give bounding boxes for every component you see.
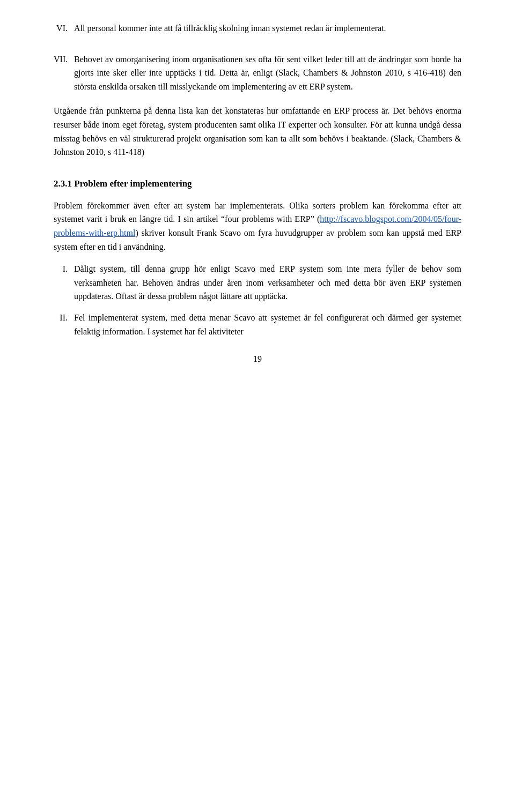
section-vii-numeral: VII. (54, 53, 74, 94)
page-number: 19 (54, 354, 461, 364)
section-vii-block: VII. Behovet av omorganisering inom orga… (54, 53, 461, 94)
list-item-ii-text: Fel implementerat system, med detta mena… (74, 311, 461, 338)
section-vi-text: All personal kommer inte att få tillräck… (74, 21, 461, 35)
list-item-ii: II. Fel implementerat system, med detta … (54, 311, 461, 338)
page: VI. All personal kommer inte att få till… (0, 0, 515, 812)
subsection-231-list: I. Dåligt system, till denna grupp hör e… (54, 262, 461, 338)
section-vii-paragraph1: Behovet av omorganisering inom organisat… (74, 53, 461, 94)
section-vii-paragraph2: Utgående från punkterna på denna lista k… (54, 104, 461, 159)
subsection-231-block: 2.3.1 Problem efter implementering Probl… (54, 178, 461, 338)
list-item-i-numeral: I. (54, 262, 74, 303)
subsection-231-paragraph1: Problem förekommer även efter att system… (54, 199, 461, 254)
list-item-ii-numeral: II. (54, 311, 74, 338)
section-vii-entry: VII. Behovet av omorganisering inom orga… (54, 53, 461, 94)
section-vi-numeral: VI. (54, 21, 74, 35)
section-vi-entry: VI. All personal kommer inte att få till… (54, 21, 461, 35)
list-item-i-text: Dåligt system, till denna grupp hör enli… (74, 262, 461, 303)
list-item-i: I. Dåligt system, till denna grupp hör e… (54, 262, 461, 303)
subsection-231-heading: 2.3.1 Problem efter implementering (54, 178, 461, 189)
section-vi-block: VI. All personal kommer inte att få till… (54, 21, 461, 35)
section-vii-continuation: Utgående från punkterna på denna lista k… (54, 104, 461, 159)
